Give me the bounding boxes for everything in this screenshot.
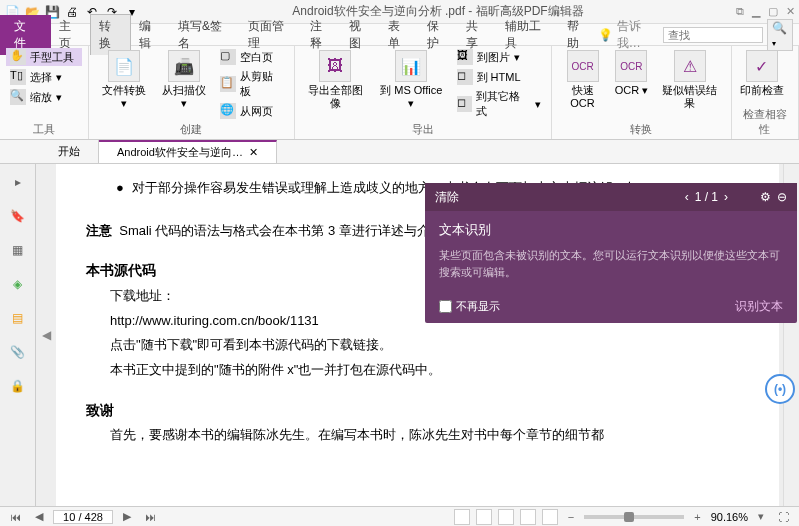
last-page-button[interactable]: ⏭ xyxy=(141,511,160,523)
export-images[interactable]: 🖼导出全部图像 xyxy=(301,48,370,120)
zoom-dropdown[interactable]: ▾ xyxy=(754,510,768,523)
minimize-icon[interactable]: ▁ xyxy=(752,5,760,18)
ocr-notification: 清除 ‹ 1 / 1 › ⚙ ⊖ 文本识别 某些页面包含未被识别的文本。您可以运… xyxy=(425,183,797,323)
prev-page-arrow[interactable]: ◀ xyxy=(36,164,56,506)
group-check: 检查相容性 xyxy=(738,107,793,137)
group-create: 创建 xyxy=(95,122,287,137)
from-scanner[interactable]: 📠从扫描仪 ▾ xyxy=(156,48,213,120)
to-ms-office[interactable]: 📊到 MS Office ▾ xyxy=(374,48,449,120)
ocr[interactable]: OCROCR ▾ xyxy=(611,48,651,112)
attachment-icon[interactable]: 📎 xyxy=(8,342,28,362)
from-webpage[interactable]: 🌐从网页 xyxy=(216,102,287,120)
zoom-out-button[interactable]: − xyxy=(564,511,578,523)
group-tools: 工具 xyxy=(6,122,82,137)
zoom-slider[interactable] xyxy=(584,515,684,519)
first-page-button[interactable]: ⏮ xyxy=(6,511,25,523)
group-export: 导出 xyxy=(301,122,545,137)
gear-icon[interactable]: ⚙ xyxy=(760,190,771,204)
select-tool[interactable]: T▯选择 ▾ xyxy=(6,68,82,86)
ocr-suspect[interactable]: ⚠疑似错误结果 xyxy=(655,48,724,112)
from-clipboard[interactable]: 📋从剪贴板 xyxy=(216,68,287,100)
hand-tool[interactable]: ✋手型工具 xyxy=(6,48,82,66)
tab-close-icon[interactable]: ✕ xyxy=(249,146,258,159)
to-other[interactable]: ◻到其它格式 ▾ xyxy=(453,88,545,120)
overlay-desc: 某些页面包含未被识别的文本。您可以运行文本识别以便使这些文本可搜索或可编辑。 xyxy=(439,247,783,280)
comments-icon[interactable]: ▤ xyxy=(8,308,28,328)
fast-ocr[interactable]: OCR快速OCR xyxy=(558,48,608,112)
help-bulb-icon[interactable]: 💡 xyxy=(598,28,613,42)
document-tab[interactable]: Android软件安全与逆向…✕ xyxy=(99,140,277,163)
restore-icon[interactable]: ⧉ xyxy=(736,5,744,18)
prev-page-button[interactable]: ◀ xyxy=(31,510,47,523)
recognize-text-button[interactable]: 识别文本 xyxy=(735,298,783,315)
to-image[interactable]: 🖼到图片 ▾ xyxy=(453,48,545,66)
view-mode-1[interactable] xyxy=(454,509,470,525)
zoom-in-button[interactable]: + xyxy=(690,511,704,523)
to-html[interactable]: ◻到 HTML xyxy=(453,68,545,86)
fullscreen-button[interactable]: ⛶ xyxy=(774,511,793,523)
layers-icon[interactable]: ◈ xyxy=(8,274,28,294)
group-convert: 转换 xyxy=(558,122,725,137)
view-mode-5[interactable] xyxy=(542,509,558,525)
zoom-level: 90.16% xyxy=(711,511,748,523)
preflight[interactable]: ✓印前检查 xyxy=(738,48,786,99)
overlay-title: 文本识别 xyxy=(439,221,783,239)
start-tab[interactable]: 开始 xyxy=(40,140,99,163)
page-input[interactable] xyxy=(53,510,113,524)
search-input[interactable] xyxy=(663,27,763,43)
help-bubble[interactable]: (•) xyxy=(765,374,795,404)
view-mode-4[interactable] xyxy=(520,509,536,525)
close-icon[interactable]: ✕ xyxy=(786,5,795,18)
pages-icon[interactable]: ▦ xyxy=(8,240,28,260)
nav-next-icon[interactable]: › xyxy=(724,190,728,204)
maximize-icon[interactable]: ▢ xyxy=(768,5,778,18)
clear-button[interactable]: 清除 xyxy=(435,189,459,206)
blank-page[interactable]: ▢空白页 xyxy=(216,48,287,66)
nav-position: 1 / 1 xyxy=(695,190,718,204)
nav-prev-icon[interactable]: ‹ xyxy=(685,190,689,204)
bookmark-icon[interactable]: 🔖 xyxy=(8,206,28,226)
file-convert[interactable]: 📄文件转换 ▾ xyxy=(95,48,152,120)
zoom-tool[interactable]: 🔍缩放 ▾ xyxy=(6,88,82,106)
minimize-overlay-icon[interactable]: ⊖ xyxy=(777,190,787,204)
dont-show-checkbox[interactable]: 不再显示 xyxy=(439,299,500,314)
toc-icon[interactable]: ▸ xyxy=(8,172,28,192)
view-mode-2[interactable] xyxy=(476,509,492,525)
view-mode-3[interactable] xyxy=(498,509,514,525)
next-page-button[interactable]: ▶ xyxy=(119,510,135,523)
security-icon[interactable]: 🔒 xyxy=(8,376,28,396)
